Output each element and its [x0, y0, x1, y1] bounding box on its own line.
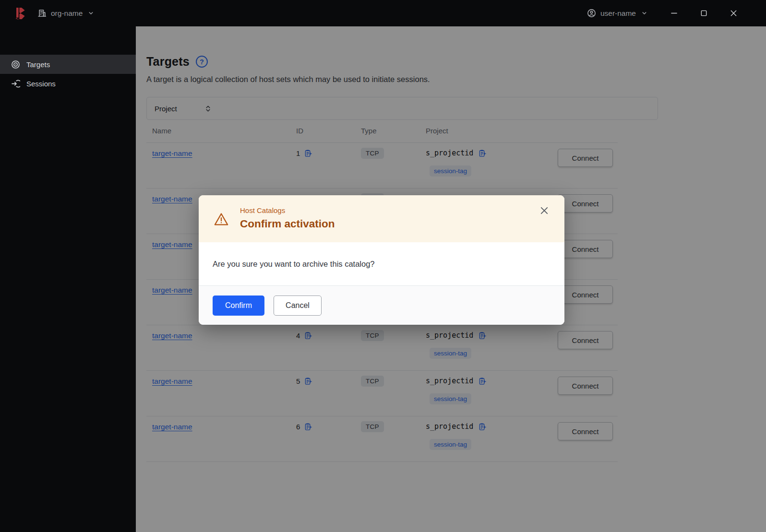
sidebar-item-label: Sessions	[26, 80, 56, 88]
minimize-button[interactable]	[670, 10, 678, 17]
org-name-label: org-name	[51, 9, 83, 18]
sidebar-item-label: Targets	[26, 60, 50, 69]
close-window-button[interactable]	[730, 10, 737, 17]
main-content: Targets ? A target is a logical collecti…	[136, 26, 766, 532]
minimize-icon	[670, 10, 678, 17]
org-menu[interactable]: org-name	[37, 9, 94, 18]
chevron-down-icon	[88, 10, 94, 16]
boundary-logo-icon	[14, 7, 27, 20]
confirm-button[interactable]: Confirm	[213, 296, 264, 316]
window-controls	[670, 10, 737, 17]
cancel-button[interactable]: Cancel	[274, 296, 322, 316]
warning-triangle-icon	[214, 212, 229, 226]
maximize-icon	[700, 10, 707, 17]
sidebar-item-targets[interactable]: Targets	[0, 55, 136, 74]
confirm-dialog: Host Catalogs Confirm activation Are you…	[199, 195, 564, 325]
sidebar-item-sessions[interactable]: Sessions	[0, 74, 136, 93]
user-avatar-icon	[587, 9, 596, 18]
sidebar: Targets Sessions	[0, 26, 136, 532]
dialog-title: Confirm activation	[240, 218, 335, 230]
user-name-label: user-name	[600, 9, 636, 18]
dialog-footer: Confirm Cancel	[199, 285, 564, 325]
dialog-tagline: Host Catalogs	[240, 206, 335, 214]
dialog-body: Are you sure you want to archive this ca…	[199, 242, 564, 285]
maximize-button[interactable]	[700, 10, 707, 17]
chevron-down-icon	[641, 10, 647, 16]
dialog-header: Host Catalogs Confirm activation	[199, 195, 564, 242]
dialog-close-button[interactable]	[539, 206, 550, 216]
titlebar: org-name user-name	[0, 0, 766, 26]
target-bullseye-icon	[11, 60, 20, 69]
org-building-icon	[37, 9, 47, 18]
session-arrow-icon	[11, 79, 20, 88]
app-window: org-name user-name Targets Sessions	[0, 0, 766, 532]
close-icon	[540, 206, 549, 215]
dialog-message: Are you sure you want to archive this ca…	[213, 260, 375, 269]
close-icon	[730, 10, 737, 17]
user-menu[interactable]: user-name	[587, 9, 647, 18]
